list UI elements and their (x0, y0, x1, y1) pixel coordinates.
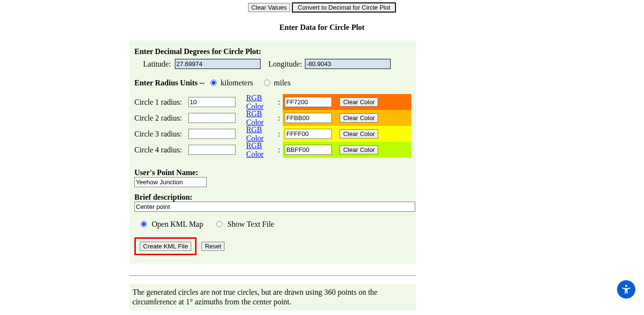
circle-radius-label: Circle 3 radius: (134, 130, 188, 138)
point-name-input[interactable] (134, 177, 207, 187)
open-kml-radio[interactable] (141, 221, 147, 227)
rgb-color-link[interactable]: RGB Color (246, 110, 263, 126)
units-km-label: kilometers (221, 79, 253, 87)
circle-2-swatch: Clear Color (283, 110, 411, 126)
accessibility-icon (620, 283, 632, 296)
circle-radius-label: Circle 2 radius: (134, 114, 188, 123)
radius-units-prefix: Enter Radius Units -- (134, 79, 207, 87)
svg-point-1 (625, 285, 627, 287)
rgb-color-link[interactable]: RGB Color (246, 141, 263, 158)
accessibility-button[interactable] (617, 280, 635, 299)
circle-1-radius-input[interactable] (188, 97, 236, 107)
circle-radius-label: Circle 4 radius: (134, 146, 188, 154)
output-options: Open KML Map Show Text File (134, 219, 411, 229)
show-text-radio[interactable] (216, 221, 223, 227)
circle-2-radius-input[interactable] (188, 113, 236, 123)
clear-values-button[interactable]: Clear Values (248, 3, 290, 12)
circle-3-radius-input[interactable] (188, 129, 236, 139)
description-heading: Brief description: (134, 193, 411, 202)
circle-2-color-input[interactable] (285, 113, 332, 123)
dd-heading: Enter Decimal Degrees for Circle Plot: (134, 47, 411, 56)
circle-row: Circle 1 radius: RGB Color: Clear Color (134, 94, 411, 110)
circle-row: Circle 4 radius: RGB Color: Clear Color (134, 142, 411, 158)
circle-4-swatch: Clear Color (283, 142, 411, 158)
latitude-label: Latitude: (134, 60, 173, 68)
description-input[interactable] (134, 202, 415, 212)
circle-radius-label: Circle 1 radius: (134, 98, 188, 107)
rgb-color-link[interactable]: RGB Color (246, 94, 263, 110)
circle-4-color-input[interactable] (285, 145, 332, 155)
show-text-label: Show Text File (227, 220, 274, 228)
circle-row: Circle 2 radius: RGB Color: Clear Color (134, 110, 411, 126)
circle-4-clear-color-button[interactable]: Clear Color (340, 145, 378, 154)
longitude-input[interactable] (305, 59, 391, 69)
longitude-label: Longitude: (263, 60, 303, 68)
rgb-color-link[interactable]: RGB Color (246, 125, 263, 142)
circle-1-color-input[interactable] (285, 97, 332, 107)
section-title: Enter Data for Circle Plot (0, 23, 644, 32)
separator (130, 275, 416, 276)
create-kml-highlight: Create KML File (134, 237, 197, 255)
latitude-input[interactable] (175, 59, 261, 69)
circle-1-swatch: Clear Color (283, 94, 411, 110)
circle-row: Circle 3 radius: RGB Color: Clear Color (134, 126, 411, 142)
circle-2-clear-color-button[interactable]: Clear Color (340, 113, 378, 123)
point-name-heading: User's Point Name: (134, 168, 411, 177)
circle-3-color-input[interactable] (285, 129, 332, 139)
open-kml-label: Open KML Map (152, 220, 203, 228)
footnote: The generated circles are not true circl… (130, 284, 416, 311)
units-miles-radio[interactable] (264, 80, 270, 86)
units-km-radio[interactable] (210, 80, 217, 86)
circle-plot-panel: Enter Decimal Degrees for Circle Plot: L… (130, 41, 416, 264)
create-kml-button[interactable]: Create KML File (140, 242, 191, 251)
circle-3-swatch: Clear Color (283, 126, 411, 142)
circle-4-radius-input[interactable] (188, 145, 236, 155)
convert-to-decimal-button[interactable]: Convert to Decimal for Circle Plot (292, 2, 396, 13)
circle-3-clear-color-button[interactable]: Clear Color (340, 129, 378, 138)
radius-units-row: Enter Radius Units -- kilometers miles (134, 79, 411, 87)
units-miles-label: miles (274, 79, 291, 87)
reset-button[interactable]: Reset (201, 242, 224, 251)
circle-1-clear-color-button[interactable]: Clear Color (340, 97, 378, 107)
